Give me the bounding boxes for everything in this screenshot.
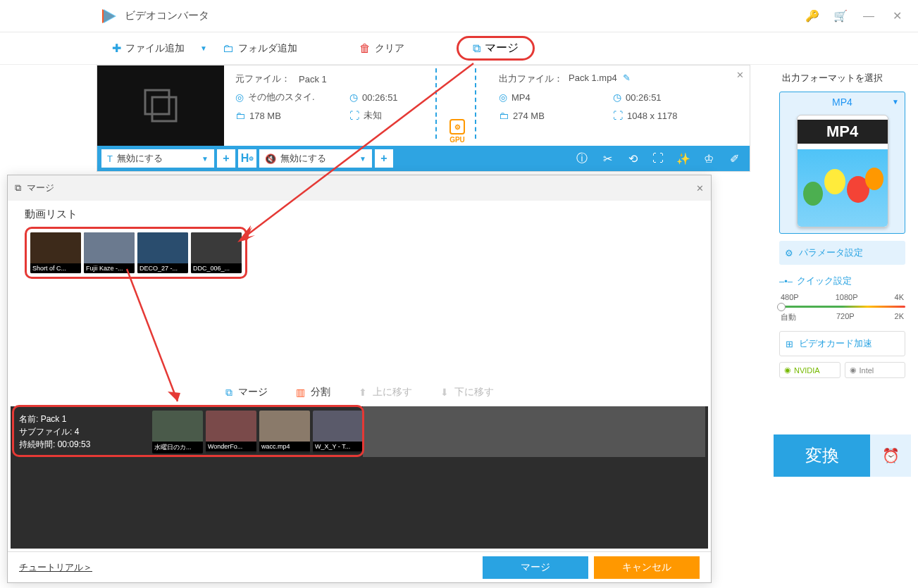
clock-icon: ◷	[613, 92, 621, 103]
gpu-badge: ⚙GPU	[449, 119, 465, 144]
list-item[interactable]: DECO_27 -...	[137, 232, 188, 273]
down-icon: ⬇	[440, 387, 449, 398]
schedule-button[interactable]: ⏰	[870, 434, 911, 477]
sliders-icon: ⚙	[785, 248, 793, 258]
list-item[interactable]: Short of C...	[30, 232, 81, 273]
list-item[interactable]: DDC_006_...	[191, 232, 242, 273]
merge-button[interactable]: ⧉ マージ	[457, 36, 535, 61]
res-icon: ⛶	[613, 110, 623, 121]
titlebar: ビデオコンバータ 🔑 🛒 — ✕	[0, 0, 918, 32]
clock-icon: ◷	[349, 92, 358, 103]
trash-icon: 🗑	[359, 42, 371, 55]
merge-icon: ⧉	[473, 42, 480, 55]
up-icon: ⬆	[359, 387, 367, 398]
nvidia-icon: ◉	[784, 365, 791, 375]
output-label: 出力ファイル：	[499, 73, 563, 85]
merge-mid-toolbar: ⧉マージ ▥分割 ⬆上に移す ⬇下に移す	[8, 378, 711, 406]
dialog-merge-button[interactable]: マージ	[483, 556, 588, 579]
tutorial-link[interactable]: チュートリアル＞	[19, 561, 92, 574]
quick-settings: –•–クイック設定 480P 1080P 4K 自動 720P 2K	[779, 275, 905, 323]
format-section-title: 出力フォーマットを選択	[774, 65, 911, 92]
source-thumbs: Short of C...Fujii Kaze -...DECO_27 -...…	[27, 229, 245, 277]
merge-icon: ⧉	[225, 387, 232, 399]
app-logo	[102, 8, 118, 24]
right-panel: 出力フォーマットを選択 MP4▼ MP4 ⚙ パラメータ設定 –•–クイック設定…	[774, 65, 911, 378]
remove-file-button[interactable]: ✕	[736, 70, 744, 80]
quality-slider[interactable]	[779, 306, 905, 308]
add-subtitle-button[interactable]: +	[217, 149, 235, 168]
file-panel: ✕ 元ファイル： Pack 1 出力ファイル： Pack 1.mp4 ✎ ◎その…	[97, 65, 750, 172]
cut-icon[interactable]: ✂	[596, 152, 619, 165]
dialog-cancel-button[interactable]: キャンセル	[594, 556, 700, 579]
edit-toolbar: T 無効にする▼ + H⚙ 🔇 無効にする▼ + ⓘ ✂ ⟲ ⛶ ✨ ♔ ✐	[97, 146, 750, 171]
list-item[interactable]: Fujii Kaze -...	[84, 232, 135, 273]
clear-button[interactable]: 🗑 クリア	[349, 38, 414, 59]
dialog-titlebar: ⧉ マージ ✕	[8, 175, 711, 201]
format-icon: ◎	[499, 92, 507, 103]
source-thumbs-highlight: Short of C...Fujii Kaze -...DECO_27 -...…	[25, 227, 247, 279]
dash-icon: –•–	[779, 276, 793, 287]
format-selector[interactable]: MP4▼ MP4	[779, 92, 905, 234]
split-icon: ▥	[296, 387, 305, 398]
svg-rect-1	[152, 97, 176, 121]
hw-accel-button[interactable]: ⊞ ビデオカード加速	[779, 331, 905, 356]
minimize-button[interactable]: —	[855, 6, 883, 27]
style-icon: ◎	[235, 92, 244, 103]
output-name: Pack 1.mp4	[569, 73, 617, 85]
add-file-dropdown[interactable]: ▼	[194, 44, 213, 52]
mid-merge-button[interactable]: ⧉マージ	[225, 386, 268, 399]
svg-rect-0	[145, 90, 169, 114]
intel-badge: ◉Intel	[845, 362, 906, 378]
edit-icon[interactable]: ✐	[723, 152, 745, 165]
cart-icon[interactable]: 🛒	[826, 6, 855, 27]
text-icon: T	[107, 154, 113, 164]
merge-dialog: ⧉ マージ ✕ 動画リスト Short of C...Fujii Kaze -.…	[7, 175, 712, 583]
add-folder-button[interactable]: 🗀 フォルダ追加	[213, 38, 307, 59]
rotate-icon[interactable]: ⟲	[621, 152, 644, 165]
crop-icon[interactable]: ⛶	[647, 152, 669, 165]
plus-icon: ✚	[112, 42, 121, 55]
activate-icon[interactable]: 🔑	[798, 6, 826, 27]
watermark-icon[interactable]: ♔	[697, 152, 720, 165]
edit-icon[interactable]: ✎	[623, 73, 631, 85]
close-button[interactable]: ✕	[883, 6, 911, 27]
size-icon: 🗀	[499, 110, 509, 121]
format-preview: MP4	[797, 115, 888, 227]
add-audio-button[interactable]: +	[375, 149, 393, 168]
effects-icon[interactable]: ✨	[672, 152, 695, 165]
chip-icon: ⊞	[786, 339, 793, 349]
mid-split-button[interactable]: ▥分割	[296, 386, 330, 399]
subtitle-settings-button[interactable]: H⚙	[238, 149, 256, 168]
chevron-down-icon: ▼	[892, 98, 899, 106]
subtitle-select[interactable]: T 無効にする▼	[101, 149, 214, 168]
intel-icon: ◉	[850, 365, 857, 375]
pack-highlight	[12, 405, 364, 457]
video-list-label: 動画リスト	[25, 208, 694, 221]
source-label: 元ファイル：	[235, 73, 290, 85]
res-icon: ⛶	[349, 110, 359, 121]
move-down-button[interactable]: ⬇下に移す	[440, 386, 494, 399]
dialog-close-button[interactable]: ✕	[696, 183, 704, 194]
parameter-settings-button[interactable]: ⚙ パラメータ設定	[779, 241, 905, 265]
add-file-button[interactable]: ✚ ファイル追加	[102, 37, 194, 59]
size-icon: 🗀	[235, 110, 245, 121]
main-toolbar: ✚ ファイル追加 ▼ 🗀 フォルダ追加 🗑 クリア ⧉ マージ	[0, 32, 918, 65]
nvidia-badge: ◉NVIDIA	[779, 362, 841, 378]
file-thumbnail[interactable]	[97, 65, 224, 146]
info-icon[interactable]: ⓘ	[571, 151, 593, 166]
convert-button[interactable]: 変換	[774, 434, 870, 477]
speaker-icon: 🔇	[265, 154, 276, 164]
app-title: ビデオコンバータ	[125, 9, 798, 23]
empty-area	[11, 457, 708, 549]
move-up-button[interactable]: ⬆上に移す	[359, 386, 412, 399]
merge-icon: ⧉	[15, 182, 21, 194]
source-name: Pack 1	[299, 74, 327, 85]
audio-select[interactable]: 🔇 無効にする▼	[259, 149, 372, 168]
dialog-footer: チュートリアル＞ マージ キャンセル	[8, 551, 711, 582]
folder-icon: 🗀	[223, 42, 234, 55]
